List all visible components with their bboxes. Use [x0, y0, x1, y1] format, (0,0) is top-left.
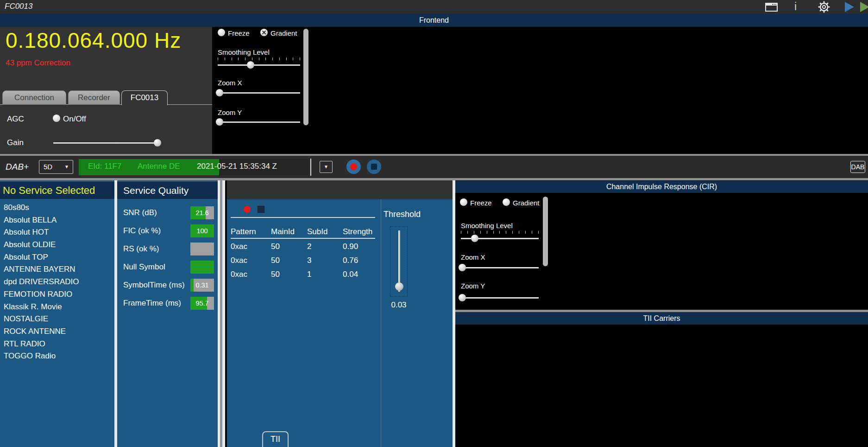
- ppm-correction: 43 ppm Correction: [6, 58, 70, 68]
- cir-zoom-y-slider[interactable]: [461, 294, 539, 301]
- window-icon[interactable]: [765, 2, 778, 12]
- quality-bar: [190, 243, 214, 255]
- threshold-value: 0.03: [390, 300, 408, 310]
- freeze-radio[interactable]: [218, 29, 225, 36]
- smoothing-slider[interactable]: [218, 61, 300, 69]
- quality-bar: 21.6: [190, 206, 214, 219]
- station-item[interactable]: RTL RADIO: [0, 338, 114, 351]
- cir-smoothing-slider[interactable]: [461, 235, 539, 242]
- station-item[interactable]: Klassik R. Movie: [0, 301, 114, 313]
- gradient-radio[interactable]: [260, 29, 268, 36]
- slider-track[interactable]: [53, 142, 161, 144]
- gain-slider[interactable]: [53, 139, 161, 147]
- cir-panel-title: Channel Impulse Response (CIR): [455, 181, 868, 193]
- svg-text:i: i: [794, 1, 797, 13]
- slider-thumb[interactable]: [216, 118, 223, 126]
- divider: [310, 159, 311, 176]
- quality-value: 95.7: [190, 297, 214, 310]
- table-header-underline: [231, 238, 375, 239]
- slider-thumb[interactable]: [459, 264, 466, 271]
- cir-scrollbar[interactable]: [543, 197, 548, 266]
- cir-zoom-x-label: Zoom X: [461, 253, 485, 261]
- detail-tabs-panel: SyncTIIAudioAACOptions PatternMainIdSubI…: [227, 180, 453, 447]
- slider-track[interactable]: [461, 297, 539, 299]
- tuner-tab-connection[interactable]: Connection: [2, 90, 66, 105]
- slider-thumb[interactable]: [471, 235, 478, 242]
- stop-button[interactable]: [367, 160, 381, 174]
- info-icon[interactable]: i: [793, 1, 800, 13]
- tuner-panel: 0.180.064.000 Hz 43 ppm Correction Conne…: [0, 27, 212, 154]
- tii-column-header: Strength: [343, 227, 372, 236]
- agc-option-label: On/Off: [63, 115, 86, 124]
- cir-zoom-y-label: Zoom Y: [461, 282, 485, 290]
- tii-cell: 50: [271, 270, 280, 279]
- station-list-panel: No Service Selected 80s80sAbsolut BELLAA…: [0, 180, 114, 447]
- slider-track[interactable]: [218, 92, 300, 94]
- spectrum-scrollbar[interactable]: [303, 29, 308, 125]
- station-item[interactable]: FEMOTION RADIO: [0, 288, 114, 301]
- quality-label: RS (ok %): [123, 243, 159, 255]
- dab-bar-inner: DAB+ 5D ▼ EId: 11F7 Antenne DE 2021-05-2…: [0, 156, 868, 178]
- zoom-y-slider[interactable]: [218, 118, 300, 126]
- service-quality-panel: Service Quality SNR (dB)21.6FIC (ok %)10…: [117, 180, 218, 447]
- agc-toggle[interactable]: [53, 115, 60, 122]
- slider-thumb[interactable]: [395, 282, 403, 291]
- stop-indicator-icon[interactable]: [258, 206, 264, 213]
- station-item[interactable]: ROCK ANTENNE: [0, 326, 114, 338]
- smoothing-label: Smoothing Level: [218, 48, 270, 56]
- quality-label: SNR (dB): [123, 206, 157, 219]
- tuner-tab-fc0013[interactable]: FC0013: [121, 90, 168, 105]
- title-bar: FC0013 i: [0, 0, 868, 14]
- station-item[interactable]: Absolut OLDIE: [0, 239, 114, 251]
- slider-thumb[interactable]: [154, 139, 161, 147]
- play-icon[interactable]: [845, 2, 854, 12]
- station-list: 80s80sAbsolut BELLAAbsolut HOTAbsolut OL…: [0, 202, 114, 363]
- cir-zoom-x-slider[interactable]: [461, 264, 539, 271]
- slider-track[interactable]: [218, 121, 300, 123]
- settings-gear-icon[interactable]: [818, 1, 830, 13]
- station-item[interactable]: Absolut TOP: [0, 251, 114, 264]
- play-secondary-icon[interactable]: [860, 2, 868, 12]
- tuner-tab-recorder[interactable]: Recorder: [68, 90, 120, 105]
- channel-select[interactable]: 5D ▼: [39, 160, 73, 174]
- quality-bar: [190, 261, 214, 274]
- channel-value: 5D: [44, 163, 52, 171]
- record-button[interactable]: [346, 160, 361, 174]
- station-item[interactable]: ANTENNE BAYERN: [0, 263, 114, 276]
- tii-carriers-title: TII Carriers: [455, 312, 868, 325]
- threshold-slider[interactable]: [390, 226, 408, 297]
- station-item[interactable]: dpd DRIVERSRADIO: [0, 276, 114, 288]
- gradient-label: Gradient: [270, 29, 297, 37]
- zoom-y-label: Zoom Y: [218, 109, 242, 116]
- station-item[interactable]: NOSTALGIE: [0, 313, 114, 326]
- slider-thumb[interactable]: [216, 89, 223, 96]
- station-item[interactable]: TOGGO Radio: [0, 350, 114, 363]
- cir-gradient-radio[interactable]: [503, 198, 510, 206]
- station-item[interactable]: Absolut HOT: [0, 226, 114, 239]
- zoom-x-label: Zoom X: [218, 79, 242, 87]
- record-options-dropdown[interactable]: ▼: [320, 161, 333, 173]
- tii-cell: 0xac: [231, 256, 247, 265]
- slider-ticks: [461, 231, 539, 234]
- frequency-display: 0.180.064.000 Hz: [6, 28, 181, 53]
- station-item[interactable]: Absolut BELLA: [0, 214, 114, 227]
- record-indicator-icon[interactable]: [244, 206, 251, 213]
- divider[interactable]: [222, 180, 225, 447]
- tii-carriers-content: [455, 325, 868, 447]
- tii-column-header: SubId: [307, 227, 327, 236]
- selected-service-header: No Service Selected: [0, 182, 114, 199]
- slider-thumb[interactable]: [459, 294, 466, 301]
- slider-thumb[interactable]: [247, 61, 254, 69]
- divider: [381, 199, 381, 447]
- ensemble-name: Antenne DE: [138, 162, 180, 171]
- tab-tii[interactable]: TII: [262, 431, 289, 447]
- cir-freeze-radio[interactable]: [460, 198, 467, 206]
- zoom-x-slider[interactable]: [218, 89, 300, 96]
- quality-label: SymbolTime (ms): [123, 279, 185, 292]
- quality-bar: 100: [190, 224, 214, 237]
- tii-cell: 0.04: [343, 270, 358, 279]
- ensemble-status-bar: EId: 11F7 Antenne DE 2021-05-21 15:35:34…: [79, 159, 308, 175]
- slider-track[interactable]: [461, 267, 539, 268]
- slider-track[interactable]: [218, 64, 300, 66]
- station-item[interactable]: 80s80s: [0, 202, 114, 214]
